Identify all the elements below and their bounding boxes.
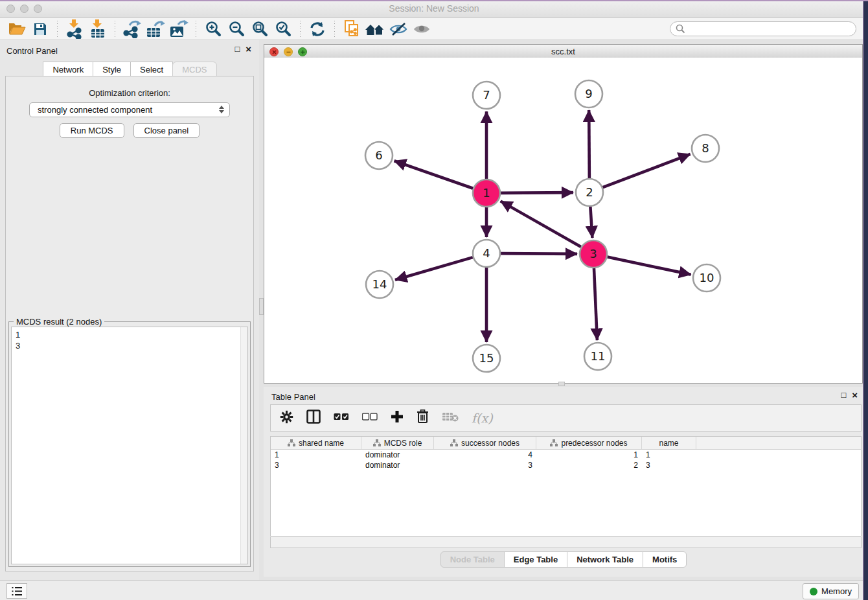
column-header-MCDS-role[interactable]: MCDS role <box>361 437 434 449</box>
vertical-splitter-handle[interactable] <box>259 298 264 315</box>
column-header-filler <box>696 437 861 449</box>
graph-edge-3-11[interactable] <box>594 268 597 340</box>
optimization-criterion-label: Optimization criterion: <box>6 88 253 98</box>
open-file-icon[interactable] <box>5 19 29 39</box>
search-input[interactable] <box>685 24 843 34</box>
graph-edge-2-9[interactable] <box>589 110 589 178</box>
tab-network-table[interactable]: Network Table <box>567 551 643 568</box>
mcds-panel-body: Optimization criterion: strongly connect… <box>5 76 254 571</box>
application-window: Session: New Session <box>0 0 868 600</box>
sort-hierarchy-icon <box>550 439 558 446</box>
result-scrollbar[interactable] <box>240 327 247 564</box>
export-image-icon[interactable] <box>167 19 190 39</box>
column-header-successor-nodes[interactable]: successor nodes <box>434 437 536 449</box>
unselect-all-columns-icon[interactable] <box>362 412 378 424</box>
graph-node-label: 7 <box>483 88 490 102</box>
table-row[interactable]: 3dominator323 <box>271 460 861 470</box>
hide-selected-icon[interactable] <box>387 19 410 39</box>
cell-shared-name[interactable]: 3 <box>271 461 361 470</box>
cell-name[interactable]: 1 <box>642 450 696 459</box>
graph-node-label: 9 <box>585 87 592 100</box>
table-horizontal-scrollbar[interactable] <box>270 537 862 548</box>
import-network-icon[interactable] <box>63 19 86 39</box>
refresh-icon[interactable] <box>306 19 329 39</box>
cell-MCDS-role[interactable]: dominator <box>361 461 434 470</box>
sort-hierarchy-icon <box>288 439 295 446</box>
cell-name[interactable]: 3 <box>642 461 696 470</box>
gear-icon[interactable] <box>280 410 293 426</box>
graph-node-label: 11 <box>591 349 606 363</box>
cell-MCDS-role[interactable]: dominator <box>361 450 434 459</box>
column-header-predecessor-nodes[interactable]: predecessor nodes <box>536 437 642 449</box>
select-all-columns-icon[interactable] <box>334 412 349 424</box>
show-all-icon[interactable] <box>410 19 433 39</box>
graph-edge-4-3[interactable] <box>501 253 577 254</box>
mcds-result-area[interactable]: 1 3 <box>11 327 248 564</box>
zoom-fit-icon[interactable] <box>248 19 271 39</box>
delete-column-icon[interactable] <box>417 410 429 426</box>
export-table-icon[interactable] <box>144 19 167 39</box>
save-session-icon[interactable] <box>29 19 52 39</box>
network-window-titlebar[interactable]: scc.txt <box>264 45 862 58</box>
add-column-icon[interactable] <box>391 410 404 426</box>
graph-edge-2-8[interactable] <box>603 154 691 187</box>
graph-edge-1-2[interactable] <box>501 192 573 193</box>
column-header-shared-name[interactable]: shared name <box>271 437 361 449</box>
cell-successor-nodes[interactable]: 3 <box>434 461 536 470</box>
toolbar-separator <box>300 21 301 38</box>
list-icon <box>12 586 23 596</box>
horizontal-splitter-handle[interactable] <box>558 382 565 386</box>
graph-edge-2-3[interactable] <box>590 207 592 238</box>
graph-node-label: 10 <box>700 271 714 284</box>
mcds-result-text: 1 3 <box>12 327 247 353</box>
network-graph[interactable]: 7968124314101511 <box>264 58 862 383</box>
float-table-panel-icon[interactable]: □ <box>841 391 846 399</box>
network-canvas[interactable]: 7968124314101511 <box>264 58 862 383</box>
network-file-title: scc.txt <box>264 47 862 56</box>
split-columns-icon[interactable] <box>306 410 321 426</box>
column-label: predecessor nodes <box>561 439 627 448</box>
zoom-selected-icon[interactable] <box>271 19 295 39</box>
export-network-icon[interactable] <box>120 19 144 39</box>
search-field[interactable] <box>670 21 856 36</box>
search-icon <box>676 24 685 34</box>
clone-network-icon[interactable] <box>340 19 363 39</box>
graph-node-label: 15 <box>479 351 494 365</box>
table-row[interactable]: 1dominator411 <box>271 450 861 460</box>
graph-edge-4-14[interactable] <box>395 257 473 280</box>
graph-edge-3-10[interactable] <box>608 257 691 275</box>
graph-edge-1-6[interactable] <box>394 161 474 188</box>
task-history-button[interactable] <box>6 583 27 599</box>
graph-edge-3-1[interactable] <box>501 201 581 247</box>
tab-edge-table[interactable]: Edge Table <box>504 551 567 568</box>
zoom-out-icon[interactable] <box>225 19 248 39</box>
cell-predecessor-nodes[interactable]: 2 <box>536 461 642 470</box>
desktop-background <box>863 0 868 600</box>
tab-node-table[interactable]: Node Table <box>440 551 505 568</box>
first-neighbors-icon[interactable] <box>363 19 387 39</box>
close-panel-icon[interactable]: × <box>246 45 251 53</box>
control-panel: Control Panel □ × Network Style Select M… <box>0 40 259 580</box>
run-mcds-button[interactable]: Run MCDS <box>60 123 124 138</box>
status-bar: Memory <box>0 580 868 600</box>
control-panel-title: Control Panel <box>6 46 58 56</box>
column-header-name[interactable]: name <box>642 437 696 449</box>
tab-motifs[interactable]: Motifs <box>643 551 687 568</box>
memory-button[interactable]: Memory <box>803 583 859 599</box>
function-builder-icon[interactable]: f(x) <box>472 411 493 425</box>
main-toolbar <box>0 18 868 40</box>
import-table-icon[interactable] <box>86 19 109 39</box>
close-table-panel-icon[interactable]: × <box>852 391 858 399</box>
window-title: Session: New Session <box>0 3 868 14</box>
close-panel-button[interactable]: Close panel <box>133 123 200 138</box>
delete-table-icon[interactable] <box>442 411 459 424</box>
mcds-result-group: MCDS result (2 nodes) 1 3 <box>8 321 251 567</box>
column-label: name <box>659 439 678 448</box>
cell-shared-name[interactable]: 1 <box>271 450 361 459</box>
optimization-criterion-dropdown[interactable]: strongly connected component <box>29 102 230 117</box>
graph-node-label: 1 <box>483 186 490 200</box>
cell-successor-nodes[interactable]: 4 <box>434 450 536 459</box>
cell-predecessor-nodes[interactable]: 1 <box>536 450 642 459</box>
float-panel-icon[interactable]: □ <box>234 45 240 53</box>
zoom-in-icon[interactable] <box>201 19 225 39</box>
